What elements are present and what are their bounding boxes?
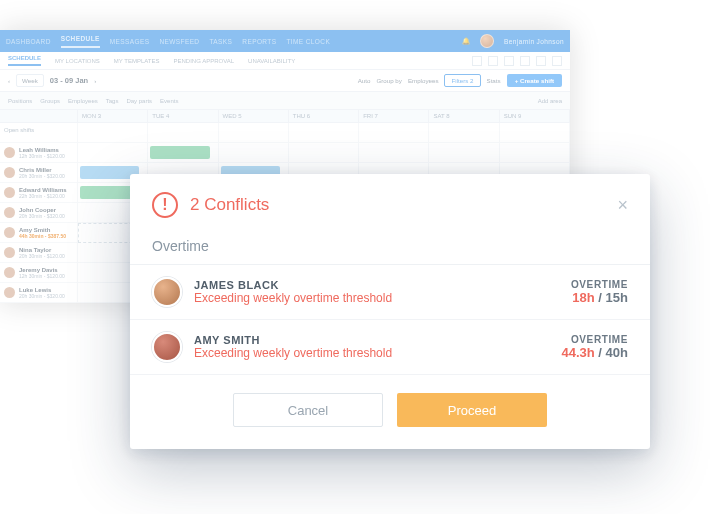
topnav-item[interactable]: TASKS [209,38,232,45]
employee-cell[interactable]: Nina Taylor20h 30min - $120.00 [0,243,78,263]
day-header: WED 5 [219,110,289,122]
day-header: MON 3 [78,110,148,122]
cancel-button[interactable]: Cancel [233,393,383,427]
subnav-item[interactable]: MY LOCATIONS [55,58,100,64]
groupby-label: Group by [376,77,401,84]
employee-cell[interactable]: Jeremy Davis12h 30min - $120.00 [0,263,78,283]
grid-icon[interactable] [520,56,530,66]
overtime-label: OVERTIME [562,334,629,345]
subnav-item[interactable]: SCHEDULE [8,55,41,66]
groupby-value[interactable]: Employees [408,77,439,84]
proceed-button[interactable]: Proceed [397,393,547,427]
employee-name: AMY SMITH [194,334,392,346]
print-icon[interactable] [504,56,514,66]
day-header: THU 6 [289,110,359,122]
create-shift-button[interactable]: + Create shift [507,74,562,87]
auto-button[interactable]: Auto [358,77,371,84]
filter-dayparts[interactable]: Day parts [126,98,152,104]
employee-cell[interactable]: Edward Williams22h 30min - $120.00 [0,183,78,203]
topnav-item[interactable]: MESSAGES [110,38,150,45]
date-range[interactable]: 03 - 09 Jan [50,76,88,85]
refresh-icon[interactable] [488,56,498,66]
stats-toggle[interactable]: Stats [487,77,501,84]
filter-positions[interactable]: Positions [8,98,32,104]
chevron-right-icon[interactable]: › [94,77,96,84]
day-header: SUN 9 [500,110,570,122]
subnav: SCHEDULE MY LOCATIONS MY TEMPLATES PENDI… [0,52,570,70]
grid-header: MON 3 TUE 4 WED 5 THU 6 FRI 7 SAT 8 SUN … [0,110,570,123]
open-shifts-label: Open shifts [0,123,78,143]
employee-cell[interactable]: Chris Miller20h 30min - $320.00 [0,163,78,183]
conflict-message: Exceeding weekly overtime threshold [194,346,392,360]
conflict-row: JAMES BLACK Exceeding weekly overtime th… [130,265,650,320]
view-select[interactable]: Week [16,74,44,87]
employee-cell[interactable]: Leah Williams12h 30min - $120.00 [0,143,78,163]
filter-employees[interactable]: Employees [68,98,98,104]
day-header: SAT 8 [429,110,499,122]
filters-button[interactable]: Filters 2 [444,74,480,87]
subnav-item[interactable]: UNAVAILABILITY [248,58,295,64]
section-label: Overtime [130,232,650,265]
filters-row: Positions Groups Employees Tags Day part… [0,92,570,110]
toolbar: ‹ Week 03 - 09 Jan › Auto Group by Emplo… [0,70,570,92]
subnav-item[interactable]: PENDING APPROVAL [174,58,235,64]
filter-events[interactable]: Events [160,98,178,104]
employee-cell[interactable]: Luke Lewis20h 30min - $320.00 [0,283,78,303]
expand-icon[interactable] [472,56,482,66]
avatar [152,277,182,307]
subnav-item[interactable]: MY TEMPLATES [114,58,160,64]
bell-icon[interactable]: 🔔 [462,37,470,45]
overtime-value: 44.3h / 40h [562,345,629,360]
day-header: TUE 4 [148,110,218,122]
employee-name: JAMES BLACK [194,279,392,291]
chevron-left-icon[interactable]: ‹ [8,77,10,84]
topnav-item[interactable]: TIME CLOCK [286,38,330,45]
topnav-item[interactable]: SCHEDULE [61,35,100,48]
day-header: FRI 7 [359,110,429,122]
add-area-button[interactable]: Add area [538,98,562,104]
user-name[interactable]: Benjamin Johnson [504,38,564,45]
modal-title: 2 Conflicts [190,195,269,215]
avatar[interactable] [480,34,494,48]
employee-cell[interactable]: Amy Smith44h 30min - $387.50 [0,223,78,243]
conflict-row: AMY SMITH Exceeding weekly overtime thre… [130,320,650,375]
filter-tags[interactable]: Tags [106,98,119,104]
topnav: DASHBOARD SCHEDULE MESSAGES NEWSFEED TAS… [0,30,570,52]
close-icon[interactable]: × [617,196,628,214]
settings-icon[interactable] [552,56,562,66]
employee-cell[interactable]: John Cooper20h 30min - $320.00 [0,203,78,223]
overtime-label: OVERTIME [571,279,628,290]
conflict-message: Exceeding weekly overtime threshold [194,291,392,305]
topnav-item[interactable]: DASHBOARD [6,38,51,45]
warning-icon: ! [152,192,178,218]
list-icon[interactable] [536,56,546,66]
conflicts-modal: ! 2 Conflicts × Overtime JAMES BLACK Exc… [130,174,650,449]
overtime-value: 18h / 15h [571,290,628,305]
avatar [152,332,182,362]
topnav-item[interactable]: NEWSFEED [159,38,199,45]
filter-groups[interactable]: Groups [40,98,60,104]
topnav-item[interactable]: REPORTS [242,38,276,45]
